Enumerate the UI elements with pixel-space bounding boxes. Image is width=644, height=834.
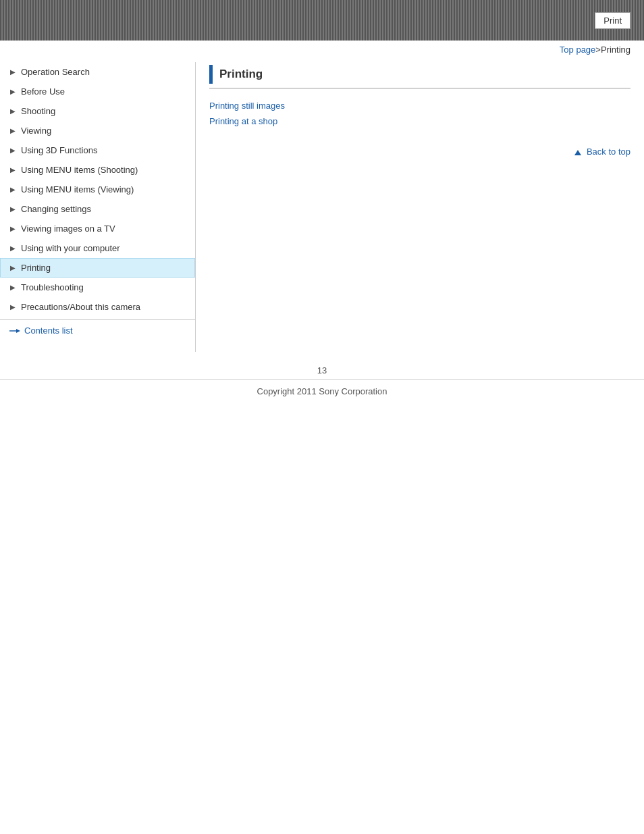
sidebar-arrow-icon: ▶ <box>10 68 16 76</box>
content-link-printing-at-a-shop[interactable]: Printing at a shop <box>209 116 630 126</box>
content-link-printing-still-images[interactable]: Printing still images <box>209 101 630 111</box>
header-bar: Print <box>0 0 644 41</box>
sidebar-item-label: Using with your computer <box>21 243 120 253</box>
sidebar-item-before-use[interactable]: ▶Before Use <box>0 82 195 101</box>
sidebar-arrow-icon: ▶ <box>10 205 16 213</box>
copyright-text: Copyright 2011 Sony Corporation <box>257 386 387 396</box>
sidebar-item-troubleshooting[interactable]: ▶Troubleshooting <box>0 278 195 297</box>
sidebar-item-label: Viewing <box>21 126 51 136</box>
sidebar-arrow-icon: ▶ <box>10 264 16 271</box>
breadcrumb-top-page-link[interactable]: Top page <box>560 45 596 55</box>
sidebar-item-using-with-your-computer[interactable]: ▶Using with your computer <box>0 238 195 258</box>
sidebar-item-label: Changing settings <box>21 204 91 214</box>
blue-accent-bar <box>209 65 213 84</box>
sidebar-arrow-icon: ▶ <box>10 107 16 115</box>
back-to-top: Back to top <box>209 147 630 157</box>
sidebar-arrow-icon: ▶ <box>10 244 16 252</box>
sidebar-item-precautions-about-camera[interactable]: ▶Precautions/About this camera <box>0 297 195 317</box>
sidebar-item-label: Using MENU items (Viewing) <box>21 184 134 194</box>
sidebar-item-using-menu-items-shooting[interactable]: ▶Using MENU items (Shooting) <box>0 160 195 180</box>
sidebar-item-label: Precautions/About this camera <box>21 302 140 312</box>
sidebar-item-using-3d-functions[interactable]: ▶Using 3D Functions <box>0 140 195 160</box>
sidebar-item-label: Shooting <box>21 106 55 116</box>
sidebar-item-changing-settings[interactable]: ▶Changing settings <box>0 199 195 219</box>
sidebar-arrow-icon: ▶ <box>10 186 16 193</box>
sidebar-footer: Contents list <box>0 319 195 338</box>
content-area: Printing Printing still imagesPrinting a… <box>196 62 644 170</box>
main-layout: ▶Operation Search▶Before Use▶Shooting▶Vi… <box>0 59 644 352</box>
sidebar-item-label: Printing <box>21 263 51 273</box>
page-number: 13 <box>0 352 644 379</box>
sidebar: ▶Operation Search▶Before Use▶Shooting▶Vi… <box>0 62 196 352</box>
contents-list-arrow-icon <box>9 328 20 334</box>
sidebar-item-operation-search[interactable]: ▶Operation Search <box>0 62 195 82</box>
sidebar-item-printing[interactable]: ▶Printing <box>0 258 195 278</box>
sidebar-item-viewing[interactable]: ▶Viewing <box>0 121 195 140</box>
svg-marker-1 <box>16 329 20 333</box>
breadcrumb-current: Printing <box>601 45 630 55</box>
contents-list-link[interactable]: Contents list <box>24 325 73 336</box>
sidebar-item-using-menu-items-viewing[interactable]: ▶Using MENU items (Viewing) <box>0 180 195 199</box>
triangle-up-icon <box>574 150 581 155</box>
sidebar-arrow-icon: ▶ <box>10 88 16 95</box>
sidebar-item-shooting[interactable]: ▶Shooting <box>0 101 195 121</box>
footer: Copyright 2011 Sony Corporation <box>0 379 644 403</box>
sidebar-item-label: Using MENU items (Shooting) <box>21 165 138 175</box>
back-to-top-link[interactable]: Back to top <box>574 147 630 157</box>
sidebar-item-label: Using 3D Functions <box>21 145 97 155</box>
sidebar-arrow-icon: ▶ <box>10 225 16 232</box>
print-button[interactable]: Print <box>595 12 630 29</box>
page-title-section: Printing <box>209 65 630 88</box>
breadcrumb-separator: > <box>595 45 601 55</box>
content-links: Printing still imagesPrinting at a shop <box>209 101 630 126</box>
sidebar-arrow-icon: ▶ <box>10 284 16 291</box>
sidebar-arrow-icon: ▶ <box>10 127 16 134</box>
back-to-top-label: Back to top <box>587 147 630 157</box>
breadcrumb: Top page > Printing <box>0 41 644 59</box>
page-title: Printing <box>219 68 263 81</box>
sidebar-item-viewing-images-on-tv[interactable]: ▶Viewing images on a TV <box>0 219 195 238</box>
sidebar-arrow-icon: ▶ <box>10 166 16 174</box>
sidebar-item-label: Operation Search <box>21 67 90 77</box>
sidebar-item-label: Troubleshooting <box>21 282 84 292</box>
sidebar-item-label: Viewing images on a TV <box>21 224 115 234</box>
sidebar-arrow-icon: ▶ <box>10 303 16 311</box>
sidebar-arrow-icon: ▶ <box>10 147 16 154</box>
sidebar-item-label: Before Use <box>21 86 65 97</box>
